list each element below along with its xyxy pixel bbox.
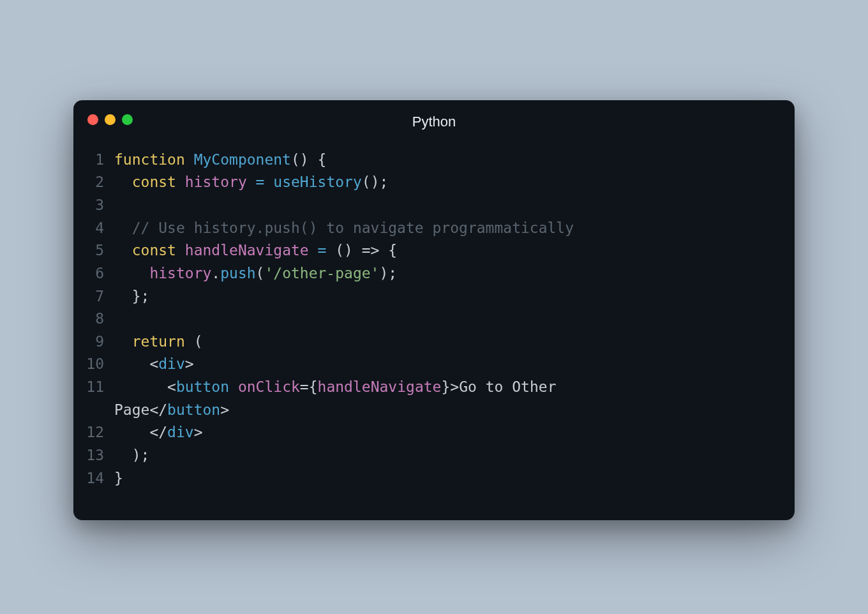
line-number: 3 bbox=[84, 194, 114, 217]
line-number: 12 bbox=[84, 421, 114, 444]
code-line: 1 function MyComponent() { bbox=[84, 149, 777, 172]
code-content: function MyComponent() { bbox=[114, 149, 777, 172]
code-line: 6 history.push('/other-page'); bbox=[84, 262, 777, 285]
code-line: 3 bbox=[84, 194, 777, 217]
line-number: 10 bbox=[84, 353, 114, 376]
minimize-icon[interactable] bbox=[105, 114, 116, 125]
code-line: 4 // Use history.push() to navigate prog… bbox=[84, 217, 777, 240]
maximize-icon[interactable] bbox=[122, 114, 133, 125]
line-number: 8 bbox=[84, 308, 114, 331]
line-number: 1 bbox=[84, 149, 114, 172]
code-content: const handleNavigate = () => { bbox=[114, 239, 777, 262]
code-content: const history = useHistory(); bbox=[114, 171, 777, 194]
line-number: 9 bbox=[84, 331, 114, 354]
code-line: 13 ); bbox=[84, 444, 777, 467]
code-line: 9 return ( bbox=[84, 331, 777, 354]
code-content: // Use history.push() to navigate progra… bbox=[114, 217, 777, 240]
window-controls bbox=[87, 114, 133, 125]
line-number: 13 bbox=[84, 444, 114, 467]
code-content: ); bbox=[114, 444, 777, 467]
code-content: return ( bbox=[114, 331, 777, 354]
code-line: 12 </div> bbox=[84, 421, 777, 444]
line-number: 14 bbox=[84, 467, 114, 490]
code-line: 5 const handleNavigate = () => { bbox=[84, 239, 777, 262]
code-content: history.push('/other-page'); bbox=[114, 262, 777, 285]
line-number: 11 bbox=[84, 376, 114, 421]
code-window: Python 1 function MyComponent() { 2 cons… bbox=[73, 100, 795, 521]
close-icon[interactable] bbox=[87, 114, 98, 125]
code-line: 14 } bbox=[84, 467, 777, 490]
line-number: 5 bbox=[84, 239, 114, 262]
code-line: 8 bbox=[84, 308, 777, 331]
window-title: Python bbox=[87, 114, 781, 130]
code-content: </div> bbox=[114, 421, 777, 444]
code-line: 2 const history = useHistory(); bbox=[84, 171, 777, 194]
code-content: }; bbox=[114, 285, 777, 308]
titlebar: Python bbox=[73, 100, 795, 137]
code-line: 10 <div> bbox=[84, 353, 777, 376]
code-content bbox=[114, 308, 777, 331]
code-content bbox=[114, 194, 777, 217]
code-editor[interactable]: 1 function MyComponent() { 2 const histo… bbox=[73, 137, 795, 503]
code-content: } bbox=[114, 467, 777, 490]
code-line: 7 }; bbox=[84, 285, 777, 308]
code-content: <div> bbox=[114, 353, 777, 376]
line-number: 7 bbox=[84, 285, 114, 308]
line-number: 2 bbox=[84, 171, 114, 194]
code-line: 11 <button onClick={handleNavigate}>Go t… bbox=[84, 376, 777, 421]
code-content: <button onClick={handleNavigate}>Go to O… bbox=[114, 376, 777, 421]
line-number: 6 bbox=[84, 262, 114, 285]
line-number: 4 bbox=[84, 217, 114, 240]
